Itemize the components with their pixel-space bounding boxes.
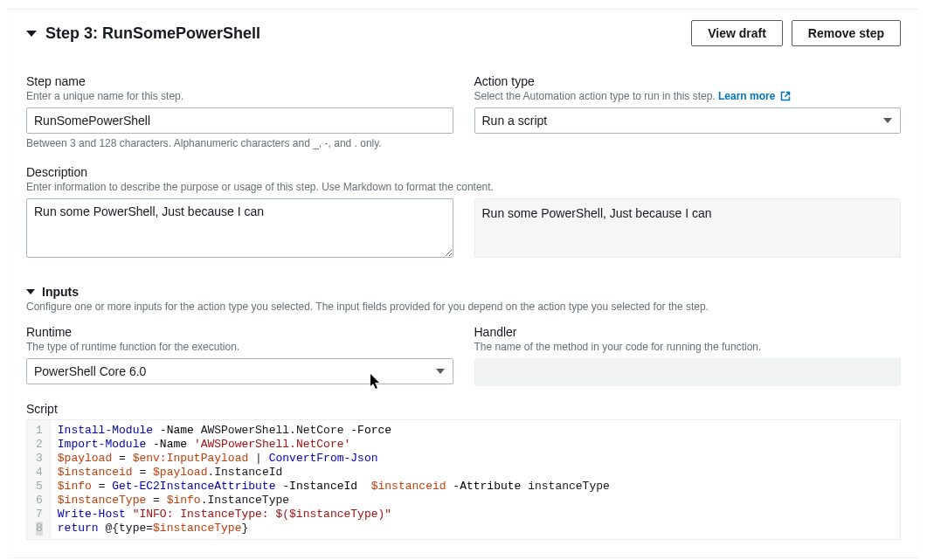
description-label: Description [26,165,901,179]
inputs-section-title: Inputs [42,285,79,299]
description-textarea[interactable] [26,198,453,258]
action-type-label: Action type [474,74,902,88]
action-type-field: Action type Select the Automation action… [474,74,902,149]
handler-field: Handler The name of the method in your c… [474,325,902,386]
step-header-left[interactable]: Step 3: RunSomePowerShell [26,24,260,43]
script-label: Script [26,402,901,416]
action-type-select[interactable]: Run a script [474,107,902,134]
step-header: Step 3: RunSomePowerShell View draft Rem… [9,10,918,59]
description-hint: Enter information to describe the purpos… [26,181,901,193]
step-name-field: Step name Enter a unique name for this s… [26,74,453,149]
external-link-icon [780,91,791,101]
description-preview: Run some PowerShell, Just because I can [474,198,902,258]
step-card: Step 3: RunSomePowerShell View draft Rem… [9,9,918,557]
inputs-section-header[interactable]: Inputs [26,285,901,299]
action-type-hint: Select the Automation action type to run… [474,90,902,102]
step-title: Step 3: RunSomePowerShell [45,24,260,43]
step-name-hint: Enter a unique name for this step. [26,90,453,102]
script-editor[interactable]: 12345678 Install-Module -Name AWSPowerSh… [26,419,901,540]
view-draft-button[interactable]: View draft [691,20,783,46]
script-code[interactable]: Install-Module -Name AWSPowerShell.NetCo… [51,420,900,539]
step-body: Step name Enter a unique name for this s… [9,59,918,557]
inputs-section-hint: Configure one or more inputs for the act… [26,301,901,313]
handler-input [474,358,902,386]
learn-more-link[interactable]: Learn more [718,90,791,102]
script-gutter: 12345678 [27,420,51,539]
learn-more-label: Learn more [718,90,775,102]
action-type-hint-text: Select the Automation action type to run… [474,90,719,102]
collapse-caret-icon[interactable] [26,289,35,294]
handler-hint: The name of the method in your code for … [474,341,902,353]
step-name-constraint: Between 3 and 128 characters. Alphanumer… [26,137,453,149]
runtime-select[interactable]: PowerShell Core 6.0 [26,358,453,384]
runtime-label: Runtime [26,325,453,339]
runtime-hint: The type of runtime function for the exe… [26,341,453,353]
step-name-label: Step name [26,74,453,88]
remove-step-button[interactable]: Remove step [792,20,901,46]
step-name-input[interactable] [26,107,453,134]
runtime-field: Runtime The type of runtime function for… [26,325,453,386]
step-header-actions: View draft Remove step [691,20,901,46]
handler-label: Handler [474,325,902,339]
collapse-caret-icon[interactable] [26,31,37,37]
